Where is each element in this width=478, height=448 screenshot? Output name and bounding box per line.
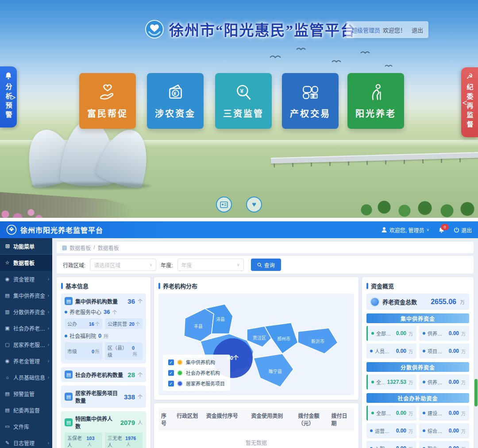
nav-button-chanquan-jiaoyi[interactable]: 交易 产权交易 [282, 73, 339, 129]
chip-city-level: 市级 0所 [65, 342, 102, 360]
year-filter-label: 年度: [161, 261, 173, 269]
logout-button[interactable]: 退出 [454, 226, 472, 234]
chevron-right-icon: › [48, 293, 49, 298]
sidebar-item-warning-supervision[interactable]: ▤ 预警监管 [0, 386, 52, 402]
social-marker-icon [177, 370, 183, 376]
chevron-down-icon: ∨ [237, 263, 240, 267]
nav-button-sanzi-jianguan[interactable]: ¥ 三资监管 [215, 73, 272, 129]
bullet-icon [423, 429, 425, 432]
monitor-icon: ▢ [4, 342, 10, 348]
bullet-icon [371, 332, 374, 335]
fund-overview-panel: 资金概览 养老资金总数 2655.06 万 集中供养资金 全部资金 0.00 [362, 277, 474, 448]
globe-coin-icon [371, 298, 379, 306]
year-select[interactable]: 年度 ∨ [177, 259, 244, 271]
bell-icon [4, 72, 12, 80]
analysis-warning-label: 分析预警 [4, 83, 13, 120]
discipline-supervision-tab[interactable]: ☭ 纪委再监督 ＜ [461, 67, 478, 137]
panel-title: 基本信息 [61, 282, 146, 290]
person-badge-icon: ▤ [65, 418, 73, 426]
building-reflection [31, 182, 150, 189]
sidebar-item-fund-management[interactable]: ◉ 资金管理 › [0, 271, 52, 287]
home-care-marker-icon [177, 381, 183, 386]
search-button[interactable]: 查询 [251, 259, 281, 271]
sidebar-item-home-care-projects[interactable]: ▢ 居家养老服务项目 › [0, 336, 52, 353]
col-行政区划: 行政区划 [174, 412, 203, 427]
user-menu[interactable]: 欢迎您, 管理员 ∨ [381, 226, 429, 234]
birds-icon [266, 44, 407, 75]
chevron-down-icon: ∨ [150, 263, 153, 267]
fund-allocation-table-panel: 序号 行政区划 资金拨付序号 资金使用类别 拨付金额（元） 拨付日期 暂无数据 … [154, 403, 358, 448]
heart-hands-float-button[interactable]: ♥ [246, 197, 262, 212]
chevron-right-icon: ＞ [11, 93, 16, 101]
sidebar-item-centralized-support-funds[interactable]: ▤ 集中供养资金 › [0, 287, 52, 304]
id-card-float-button[interactable] [216, 197, 232, 212]
checkbox-checked[interactable]: ✓ [168, 381, 174, 386]
hero-logout-button[interactable]: 退出 [412, 26, 423, 34]
hand-heart-icon [97, 83, 118, 101]
fund-total-card: 养老资金总数 2655.06 万 [366, 294, 469, 310]
stat-card-home-care-projects: ▤ 居家养老服务项目数量 338 个 [61, 386, 146, 408]
col-拨付金额: 拨付金额（元） [295, 412, 328, 427]
nav-button-fumin-bangcu[interactable]: 富民帮促 [79, 73, 136, 129]
col-资金使用类别: 资金使用类别 [248, 412, 295, 427]
region-label: 邳州市 [277, 336, 290, 341]
chevron-right-icon: › [48, 277, 49, 282]
hero-user-box: 超级管理员 欢迎您！ 退出 [346, 21, 428, 38]
filter-bar: 行政区域: 请选择区域 ∨ 年度: 年度 ∨ 查询 [57, 256, 474, 274]
sidebar-item-pension-management[interactable]: ◉ 养老金管理 › [0, 353, 52, 369]
xuzhou-map: 40个 丰县 沛县 贾汪区 邳州市 新沂市 睢宁县 [158, 294, 354, 395]
region-label: 贾汪区 [253, 336, 266, 340]
sidebar-item-log-management[interactable]: ✎ 日志管理 › [0, 435, 52, 448]
analysis-warning-tab[interactable]: 分析预警 ＞ [0, 66, 17, 127]
power-icon [454, 227, 459, 233]
folder-icon: ▤ [4, 293, 10, 298]
stat-card-centralized-supported-persons: ▤ 特困集中供养人数 2079 人 五保老人 103人 三无老人 [61, 411, 146, 448]
notification-badge: 0 [441, 224, 449, 230]
col-资金拨付序号: 资金拨付序号 [204, 412, 249, 427]
fund-cell: 人员工资 0.00 万 [366, 344, 416, 359]
edit-icon: ✎ [4, 440, 10, 446]
breadcrumb-root[interactable]: 数据看板 [69, 244, 91, 251]
chip-county-level: 区（县）级 0所 [105, 342, 143, 360]
left-column: 基本信息 ▤ 集中供养机构数量 36 个 养老服务中心 36 个 [57, 277, 150, 448]
hero-banner: 徐州市“阳光惠民”监管平台 超级管理员 欢迎您！ 退出 富民帮促 ¥ 涉农资金 … [0, 0, 478, 218]
region-label: 沛县 [216, 317, 225, 322]
chip-public: 公办 16个 [65, 318, 102, 329]
chevron-left-icon: ＜ [462, 99, 467, 106]
hammer-sickle-icon: ☭ [466, 73, 473, 80]
chip-sanwu-elderly: 三无老人 1976人 [105, 433, 143, 448]
breadcrumb-current: 数据看板 [98, 244, 119, 251]
fund-cell: 建设补助 0.00 万 [419, 406, 469, 421]
nav-button-shenong-zijin[interactable]: ¥ 涉农资金 [147, 73, 204, 129]
dashboard-title: 徐州市阳光养老监管平台 [20, 224, 103, 235]
table-header-row: 序号 行政区划 资金拨付序号 资金使用类别 拨付金额（元） 拨付日期 [158, 408, 354, 431]
chevron-right-icon: › [48, 375, 49, 380]
coin-icon: ◉ [4, 358, 10, 364]
checkbox-checked[interactable]: ✓ [168, 359, 174, 365]
document-icon: ▤ [62, 244, 67, 251]
sidebar-item-social-elderly-institutions[interactable]: ▣ 社会办养老机构 › [0, 320, 52, 336]
fund-cell: 运营补贴 0.00 万 [366, 423, 416, 438]
bullet-icon [370, 350, 373, 352]
fund-cell: 全部资金 0.00 万 [366, 326, 416, 341]
region-select[interactable]: 请选择区域 ∨ [90, 259, 156, 271]
bullet-icon [423, 332, 425, 335]
sidebar-item-file-library[interactable]: ▭ 文件库 [0, 418, 52, 435]
wallet-yen-icon: ¥ [165, 83, 185, 101]
nav-button-label: 产权交易 [290, 107, 331, 120]
sidebar-item-discipline-supervision[interactable]: ▤ 纪委再监督 [0, 402, 52, 418]
dashboard-main: ⊞ 功能菜单 ☆ 数据看板 ◉ 资金管理 › ▤ 集中供养资金 › ▥ 分散供养… [0, 238, 478, 448]
bullet-icon [370, 429, 373, 432]
flowers [0, 205, 44, 218]
nav-button-yangguang-yanglao[interactable]: 阳光养老 [347, 73, 404, 129]
sidebar-item-personnel-info[interactable]: ○ 人员基础信息 › [0, 369, 52, 386]
sidebar-item-data-dashboard[interactable]: ☆ 数据看板 [0, 255, 52, 271]
user-icon [381, 227, 387, 233]
bullet-icon [371, 381, 374, 383]
notifications-button[interactable]: 0 [438, 227, 445, 233]
coin-icon: ◉ [4, 276, 10, 282]
checkbox-checked[interactable]: ✓ [168, 370, 174, 376]
sidebar-item-decentralized-support-funds[interactable]: ▥ 分散供养资金 › [0, 304, 52, 320]
scrollbar-thumb[interactable] [474, 379, 478, 406]
chevron-right-icon: › [48, 326, 49, 331]
